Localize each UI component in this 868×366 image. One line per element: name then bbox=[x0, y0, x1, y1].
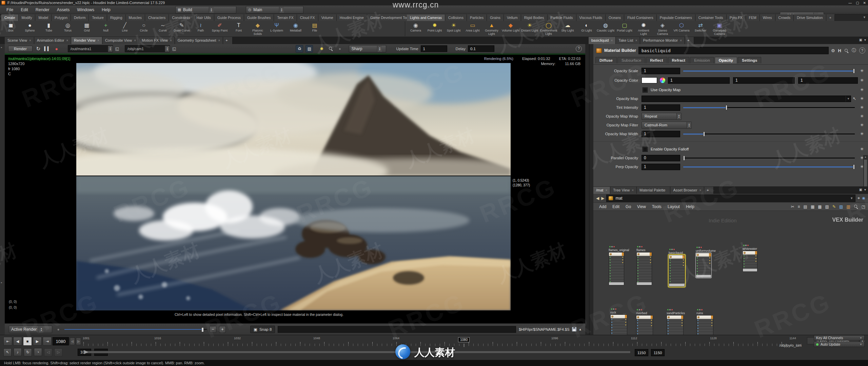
chevron-down-icon[interactable]: ▼ bbox=[850, 197, 853, 200]
shelf-tool[interactable]: ☀ Spot Light bbox=[444, 21, 463, 33]
render-viewport[interactable]: /out/mantra1(pbrraytrace)-14:01:09[1] 12… bbox=[5, 54, 585, 323]
shelf-tab[interactable]: Drive Simulation bbox=[794, 14, 826, 21]
param-menu-icon[interactable]: ✳ bbox=[858, 114, 866, 119]
color-b-field[interactable]: 1 bbox=[798, 77, 858, 84]
node-tile[interactable] bbox=[696, 315, 713, 335]
material-node-icon[interactable] bbox=[596, 48, 602, 53]
tint-intensity-slider[interactable] bbox=[683, 105, 855, 110]
shelf-tab[interactable]: Houdini Engine bbox=[337, 14, 367, 21]
chevron-down-icon[interactable]: ▼ bbox=[846, 96, 851, 102]
go-to-start-button[interactable]: ⇤ bbox=[3, 337, 12, 346]
scope-pointer-icon[interactable]: ↖ bbox=[3, 348, 12, 357]
perp-opacity-field[interactable]: 1 bbox=[642, 164, 680, 170]
shelf-tool[interactable]: ▮ Tube bbox=[39, 21, 58, 33]
network-menu-item[interactable]: Add bbox=[596, 204, 609, 209]
network-menu-item[interactable]: Go bbox=[623, 204, 634, 209]
shelf-tab[interactable]: Viscous Fluids bbox=[576, 14, 606, 21]
shelf-tool[interactable]: ▣ Gamepad Camera bbox=[710, 21, 729, 36]
pane-tab[interactable]: Scene View bbox=[5, 37, 34, 44]
shelf-tab[interactable]: Cloud FX bbox=[297, 14, 318, 21]
menu-item[interactable]: Edit bbox=[17, 5, 32, 14]
auto-update-selector[interactable]: Auto Update ▼ bbox=[814, 342, 865, 347]
snapshot-slider[interactable] bbox=[64, 327, 207, 332]
node-tile[interactable] bbox=[696, 253, 711, 278]
shelf-tab[interactable]: Rigid Bodies bbox=[521, 14, 548, 21]
use-opacity-map-checkbox[interactable] bbox=[643, 87, 648, 93]
timeline-ruler[interactable]: 100110161032104810641096111211281144 108… bbox=[83, 337, 802, 346]
network-node[interactable]: sandParticles bbox=[667, 309, 684, 335]
shelf-tool[interactable]: ✎ Draw Curve bbox=[172, 21, 191, 33]
shelf-tab[interactable]: Vellum bbox=[504, 14, 521, 21]
grid-view-icon[interactable]: ▦ bbox=[811, 204, 814, 209]
shelf-tool[interactable]: ～ Curve bbox=[153, 21, 172, 33]
pane-tab[interactable]: Render View bbox=[71, 37, 102, 44]
pane-maximize-icon[interactable]: ▣ bbox=[859, 38, 862, 42]
shelf-tab[interactable]: Populate Containers bbox=[657, 14, 695, 21]
pane-tab[interactable]: Asset Browser bbox=[670, 187, 704, 194]
info-icon[interactable]: ⓘ bbox=[852, 47, 856, 54]
opacity-map-field[interactable]: ▼ bbox=[642, 96, 851, 102]
color-swatch[interactable] bbox=[642, 77, 657, 83]
pane-menu-icon[interactable]: ▾ bbox=[864, 38, 866, 42]
node-tile[interactable] bbox=[636, 252, 652, 285]
param-menu-icon[interactable]: ✳ bbox=[858, 105, 866, 110]
shelf-tab[interactable]: Muscles bbox=[126, 14, 145, 21]
snapshot-toggle[interactable]: ▣ Snap 8 bbox=[250, 326, 275, 333]
network-menu-item[interactable]: Edit bbox=[609, 204, 623, 209]
stop-render-icon[interactable]: ● bbox=[53, 45, 60, 52]
pause-render-icon[interactable]: ▍▍ bbox=[44, 45, 51, 52]
sync-icon[interactable]: ◉ bbox=[862, 196, 865, 200]
param-menu-icon[interactable]: ✳ bbox=[858, 96, 866, 101]
shelf-tool[interactable]: ╱ Line bbox=[115, 21, 134, 33]
node-tile[interactable] bbox=[667, 315, 684, 335]
shelf-tool[interactable]: ▦ Grid bbox=[77, 21, 96, 33]
help-icon[interactable]: ? bbox=[576, 46, 582, 52]
opacity-scale-slider[interactable] bbox=[683, 68, 855, 74]
minimize-button[interactable]: — bbox=[848, 1, 852, 5]
rop-selector[interactable]: /out/mantra1 bbox=[68, 45, 113, 52]
shelf-tool[interactable]: ▲ Geometry Light bbox=[482, 21, 501, 36]
param-menu-icon[interactable]: ✳ bbox=[858, 87, 866, 92]
shelf-tool[interactable]: ◈ Stereo Camera bbox=[653, 21, 672, 36]
shelf-tab[interactable]: Polygon bbox=[52, 14, 71, 21]
search-icon[interactable] bbox=[844, 48, 849, 53]
main-selector[interactable]: ◎ Main bbox=[246, 6, 303, 14]
spinner-control[interactable] bbox=[687, 122, 691, 128]
snapshot-slot-field[interactable] bbox=[278, 326, 516, 333]
parallel-opacity-field[interactable]: 0 bbox=[642, 155, 680, 161]
opacity-map-width-field[interactable]: 1 bbox=[642, 131, 680, 137]
node-tile[interactable] bbox=[669, 255, 685, 287]
material-tab[interactable]: Emission bbox=[690, 57, 714, 63]
snapshot-view-icon[interactable]: ◳ bbox=[862, 204, 865, 209]
shelf-tool[interactable]: ● Sphere bbox=[20, 21, 39, 33]
shelf-tool[interactable]: + Null bbox=[96, 21, 115, 33]
material-tab[interactable]: Refract bbox=[668, 57, 690, 63]
spinner-control[interactable] bbox=[39, 326, 43, 332]
sphere-preview-icon[interactable]: ● bbox=[336, 45, 343, 52]
shelf-tool[interactable]: Ψ L-System bbox=[267, 21, 286, 33]
gear-menu-icon[interactable]: ⚙ bbox=[831, 48, 835, 53]
shelf-tool[interactable]: ◆ Volume Light bbox=[501, 21, 520, 33]
menu-item[interactable]: File bbox=[3, 5, 17, 14]
shelf-tab[interactable]: Texture bbox=[89, 14, 107, 21]
current-frame-marker[interactable]: 1080 bbox=[458, 337, 470, 342]
enable-opacity-falloff-checkbox[interactable] bbox=[643, 147, 648, 152]
spinner-control[interactable] bbox=[209, 7, 214, 13]
slider-handle[interactable] bbox=[853, 68, 855, 74]
pane-tab[interactable]: /mat bbox=[593, 187, 610, 194]
camera-selector[interactable]: /obj/cam1 bbox=[125, 45, 170, 52]
color-g-field[interactable]: 1 bbox=[733, 77, 795, 84]
spinner-control[interactable] bbox=[165, 46, 170, 52]
network-canvas[interactable]: Indie Edition VEX Builder flames_origina… bbox=[593, 211, 868, 335]
shelf-tab[interactable]: Deform bbox=[71, 14, 89, 21]
shelf-tool[interactable]: ⬡ VR Camera bbox=[672, 21, 691, 33]
pin-icon[interactable]: ⌖ bbox=[857, 196, 860, 201]
network-menu-item[interactable]: View bbox=[634, 204, 649, 209]
shelf-tool[interactable]: ✺ Ambient Light bbox=[634, 21, 653, 36]
pane-tab[interactable]: Composite View bbox=[102, 37, 139, 44]
shelf-tab[interactable]: Modify bbox=[19, 14, 36, 21]
shelf-tool[interactable]: ☁ Sky Light bbox=[558, 21, 577, 33]
shelf-tool[interactable]: ◼ Box bbox=[1, 21, 20, 33]
playback-range-bar[interactable] bbox=[84, 351, 631, 353]
node-tile[interactable] bbox=[610, 314, 627, 335]
